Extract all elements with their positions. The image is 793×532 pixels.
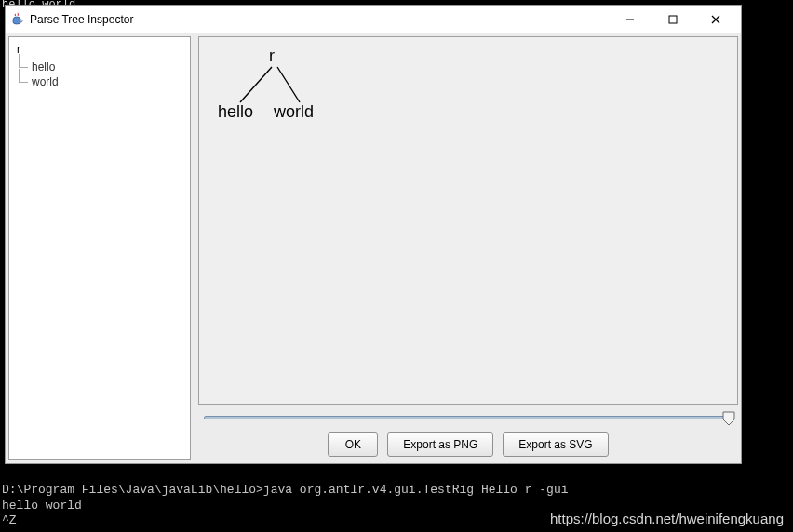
export-png-button[interactable]: Export as PNG <box>387 432 493 457</box>
tree-panel: r hello world <box>8 36 191 460</box>
terminal-line: hello world <box>2 499 82 512</box>
diagram-root-node: r <box>269 47 275 66</box>
svg-line-5 <box>277 67 300 102</box>
export-svg-button[interactable]: Export as SVG <box>503 432 608 457</box>
slider-thumb-icon[interactable] <box>722 411 735 426</box>
content-area: r hello world r hello world <box>6 33 741 463</box>
terminal-line: ^Z <box>2 513 17 527</box>
maximize-button[interactable] <box>652 7 694 33</box>
java-cup-icon <box>9 12 24 27</box>
window-controls <box>609 7 737 33</box>
ok-button[interactable]: OK <box>328 432 378 457</box>
close-button[interactable] <box>694 7 737 33</box>
window-title: Parse Tree Inspector <box>30 13 609 26</box>
diagram-child-node: world <box>274 102 314 122</box>
parse-tree-canvas[interactable]: r hello world <box>198 36 738 405</box>
tree-children: hello world <box>13 60 186 89</box>
terminal-line: D:\Program Files\Java\javaLib\hello>java… <box>2 483 569 497</box>
titlebar[interactable]: Parse Tree Inspector <box>6 6 741 33</box>
close-icon <box>711 15 720 24</box>
watermark: https://blog.csdn.net/hweinifengkuang <box>550 511 784 526</box>
svg-rect-1 <box>669 16 677 23</box>
minimize-button[interactable] <box>609 7 652 33</box>
parse-tree-inspector-window: Parse Tree Inspector r hello world <box>5 5 742 464</box>
diagram-child-node: hello <box>218 102 253 122</box>
svg-line-4 <box>240 67 272 102</box>
zoom-slider-row <box>198 408 738 427</box>
tree-child-node[interactable]: world <box>32 74 186 89</box>
tree-root-node[interactable]: r <box>13 41 186 58</box>
tree-child-node[interactable]: hello <box>32 60 186 74</box>
visualization-panel: r hello world OK Export as PNG Expor <box>198 36 738 460</box>
zoom-slider[interactable] <box>204 416 733 419</box>
button-row: OK Export as PNG Export as SVG <box>198 431 738 460</box>
maximize-icon <box>668 15 678 24</box>
minimize-icon <box>625 15 635 24</box>
